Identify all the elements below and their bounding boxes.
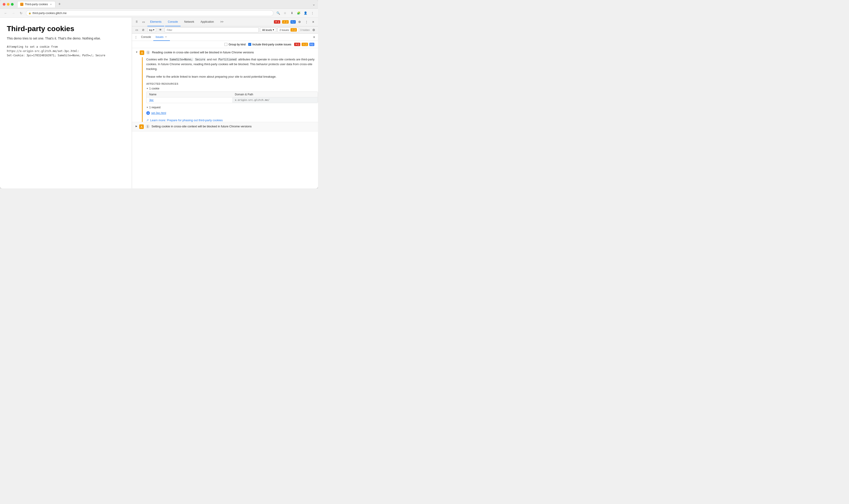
cookie-section-expand-icon: ▼: [146, 87, 148, 90]
error-badge[interactable]: ✕ 1: [274, 20, 280, 24]
cookie-section-label: 1 cookie: [149, 87, 159, 90]
issues-label: 2 Issues:: [280, 29, 289, 31]
log-line2: https://x-origin-src.glitch.me/set-3pc.h…: [7, 50, 79, 53]
include-third-party-label[interactable]: ✓ Include third-party cookie issues: [248, 43, 291, 46]
zoom-icon[interactable]: 🔍: [275, 10, 281, 16]
code-samesite: SameSite=None;: [169, 58, 194, 61]
browser-tab[interactable]: 🍪 Third-party cookies ×: [17, 1, 55, 7]
maximize-button[interactable]: [11, 3, 14, 6]
issues-tab-close-icon[interactable]: ×: [164, 35, 167, 39]
filter-input[interactable]: [165, 28, 259, 33]
group-by-kind-text: Group by kind: [229, 43, 246, 46]
cookie-section-header[interactable]: ▼ 1 cookie: [146, 87, 318, 90]
request-icon: ⊕: [146, 111, 150, 115]
tab-bar: 🍪 Third-party cookies × +: [17, 1, 311, 7]
devtools-close-button[interactable]: ×: [310, 19, 316, 25]
tab-application[interactable]: Application: [198, 18, 217, 26]
address-text: third-party-cookies.glitch.me: [33, 12, 271, 15]
minimize-button[interactable]: [7, 3, 10, 6]
address-bar[interactable]: 🔒 third-party-cookies.glitch.me: [26, 10, 273, 16]
cookie-domain: x-origin-src.glitch.me/: [232, 97, 318, 103]
group-by-kind-checkbox[interactable]: [225, 43, 227, 46]
content-area: Third-party cookies This demo tries to s…: [0, 18, 318, 188]
hidden-label: 3 hidden: [300, 29, 310, 31]
info-count-badge: ℹ 0: [309, 43, 314, 46]
more-devtools-icon[interactable]: ⋮: [303, 19, 309, 25]
cookie-resource-section: ▼ 1 cookie Name Domain & Path 3: [146, 87, 318, 103]
settings-icon[interactable]: ⚙: [297, 19, 302, 25]
cookie-name-link[interactable]: 3pc: [146, 97, 232, 103]
refresh-button[interactable]: ↻: [18, 10, 24, 16]
console-clear-icon[interactable]: ⊘: [140, 27, 146, 33]
issue-1-warning-icon: ⚠: [140, 50, 144, 55]
tab-close-icon[interactable]: ×: [49, 3, 52, 6]
traffic-lights: [3, 3, 14, 6]
include-third-party-text: Include third-party cookie issues: [252, 43, 291, 46]
extension-icon[interactable]: 🧩: [296, 10, 302, 16]
new-tab-button[interactable]: +: [56, 1, 63, 7]
eye-icon[interactable]: 👁: [157, 27, 163, 33]
affected-label: AFFECTED RESOURCES: [146, 83, 318, 85]
request-section-header[interactable]: ▼ 1 request: [146, 106, 318, 109]
page-log: Attempting to set a cookie from https://…: [7, 45, 125, 58]
tab-network[interactable]: Network: [181, 18, 197, 26]
close-button[interactable]: [3, 3, 5, 6]
info-badge[interactable]: ℹ 2: [290, 20, 296, 24]
request-item[interactable]: ⊕ set-3pc.html: [146, 110, 318, 116]
tab-elements[interactable]: Elements: [147, 18, 164, 26]
affected-resources: AFFECTED RESOURCES ▼ 1 cookie Name Doma: [146, 83, 318, 116]
code-secure: Secure: [194, 58, 206, 61]
warning-count-badge: ⚠ 2: [302, 43, 308, 46]
request-link[interactable]: set-3pc.html: [151, 111, 166, 115]
issue-2-title: Setting cookie in cross-site context wil…: [152, 124, 252, 128]
log-line3: Set-Cookie: 3pc=1703240163971; SameSite=…: [7, 54, 105, 57]
issue-1-body: Cookies with the SameSite=None; Secure a…: [142, 57, 318, 122]
nav-actions: 🔍 ☆ ⬇ 🧩 👤 ⋮: [275, 10, 315, 16]
issues-panel: Group by kind ✓ Include third-party cook…: [132, 41, 318, 188]
request-section-label: 1 request: [149, 106, 161, 109]
external-link-icon: ↗: [146, 119, 149, 122]
download-icon[interactable]: ⬇: [289, 10, 295, 16]
issue-2-count-badge: 1: [146, 124, 150, 128]
issue-1-expand-icon: ▼: [136, 51, 138, 53]
panel-close-button[interactable]: ×: [311, 34, 317, 40]
console-bar: ▭ ⊘ top ▾ 👁 All levels ▾ 2 Issues: ⚠ 2 3: [132, 26, 318, 34]
profile-icon[interactable]: 👤: [302, 10, 308, 16]
window-minimize-icon: ⌄: [312, 2, 315, 6]
console-layout-icon[interactable]: ▭: [134, 27, 140, 33]
include-third-party-checkbox[interactable]: ✓: [248, 43, 251, 46]
issue-item-2: ▶ ⚠ 1 Setting cookie in cross-site conte…: [132, 122, 318, 131]
frame-label: top: [149, 29, 153, 31]
issue-1-header[interactable]: ▼ ⚠ 1 Reading cookie in cross-site conte…: [132, 48, 318, 57]
tab-console[interactable]: Console: [165, 18, 180, 26]
back-button[interactable]: ←: [3, 10, 8, 16]
tab-favicon: 🍪: [20, 3, 23, 6]
issues-count-badge[interactable]: 2 Issues: ⚠ 2: [278, 28, 299, 32]
inspect-element-icon[interactable]: ⠿: [134, 19, 140, 25]
frame-selector[interactable]: top ▾: [147, 28, 156, 32]
more-options-icon[interactable]: ⋮: [309, 10, 315, 16]
level-dropdown-icon: ▾: [273, 29, 274, 31]
request-resource-section: ▼ 1 request ⊕ set-3pc.html: [146, 106, 318, 116]
cookie-table: Name Domain & Path 3pc x-origin-src.glit…: [146, 91, 318, 103]
forward-button[interactable]: →: [11, 10, 16, 16]
issue-2-header[interactable]: ▶ ⚠ 1 Setting cookie in cross-site conte…: [132, 122, 318, 131]
tab-issues-panel[interactable]: Issues ×: [153, 34, 170, 41]
level-selector[interactable]: All levels ▾: [260, 28, 276, 32]
tab-console-panel[interactable]: Console: [139, 34, 153, 41]
issue-1-desc: Cookies with the SameSite=None; Secure a…: [146, 57, 318, 71]
nav-bar: ← → ↻ 🔒 third-party-cookies.glitch.me 🔍 …: [0, 8, 318, 18]
frame-dropdown-icon: ▾: [153, 29, 155, 31]
page-content: Third-party cookies This demo tries to s…: [0, 18, 132, 188]
device-toolbar-icon[interactable]: ▭: [141, 19, 146, 25]
tab-more[interactable]: >>: [217, 18, 226, 26]
issues-options-bar: Group by kind ✓ Include third-party cook…: [132, 41, 318, 48]
console-gear-icon[interactable]: ⚙: [311, 28, 316, 33]
bookmark-icon[interactable]: ☆: [282, 10, 288, 16]
learn-more-link[interactable]: ↗ Learn more: Prepare for phasing out th…: [146, 119, 318, 122]
panel-icon[interactable]: ⋮: [133, 34, 139, 40]
issue-1-desc2: Please refer to the article linked to le…: [146, 74, 318, 79]
warning-badge[interactable]: ⚠ 2: [282, 20, 289, 24]
code-partitioned: Partitioned: [217, 58, 237, 61]
group-by-kind-label[interactable]: Group by kind: [225, 43, 246, 46]
